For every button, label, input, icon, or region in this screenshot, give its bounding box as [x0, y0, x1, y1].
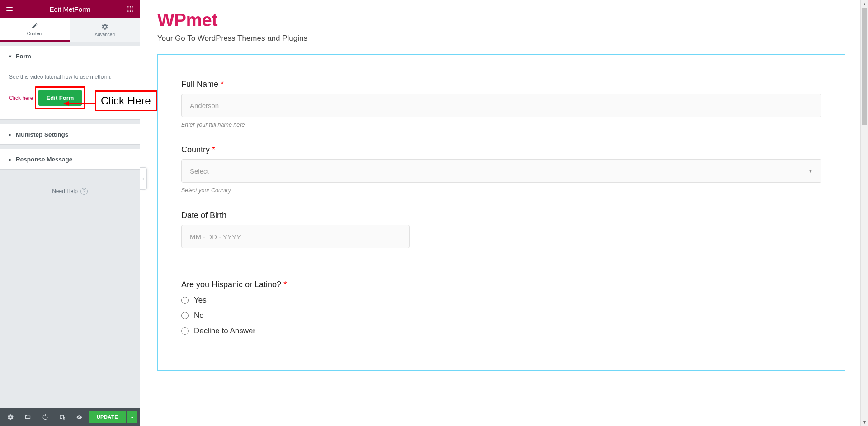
preview-icon[interactable] [71, 408, 88, 426]
dob-input[interactable] [181, 225, 410, 248]
metform-widget[interactable]: Full Name * Enter your full name here Co… [157, 54, 845, 371]
panel-footer: Update ▲ [0, 408, 140, 426]
section-response: Response Message [0, 149, 140, 170]
panel-title: Edit MetForm [14, 5, 125, 13]
svg-point-0 [127, 6, 129, 8]
radio-decline-input[interactable] [181, 327, 189, 335]
svg-point-3 [127, 9, 129, 10]
scroll-up-icon[interactable]: ▴ [861, 0, 868, 8]
page-title: WPmet [157, 10, 845, 30]
radio-yes-input[interactable] [181, 297, 189, 304]
svg-point-8 [132, 10, 133, 12]
country-help: Select your Country [181, 187, 821, 194]
panel-header: Edit MetForm [0, 0, 140, 18]
fullname-input[interactable] [181, 94, 821, 117]
tutorial-text: See this video tutorial how to use metfo… [9, 73, 131, 81]
tab-advanced[interactable]: Advanced [70, 18, 140, 42]
annotation-arrow [63, 100, 95, 107]
required-mark: * [283, 280, 287, 289]
caret-down-icon [9, 54, 11, 59]
update-options-button[interactable]: ▲ [127, 411, 137, 423]
svg-point-6 [127, 10, 129, 12]
tab-content[interactable]: Content [0, 18, 70, 42]
update-button[interactable]: Update [89, 411, 126, 423]
dob-label: Date of Birth [181, 211, 821, 220]
section-multistep: Multistep Settings [0, 124, 140, 145]
canvas: WPmet Your Go To WordPress Themes and Pl… [140, 0, 868, 426]
field-dob: Date of Birth [181, 211, 821, 248]
field-fullname: Full Name * Enter your full name here [181, 80, 821, 128]
browser-scrollbar[interactable]: ▴ ▾ [860, 0, 868, 426]
tab-content-label: Content [27, 31, 43, 36]
required-mark: * [221, 80, 224, 89]
radio-no: No [181, 311, 821, 320]
scroll-thumb[interactable] [862, 8, 867, 125]
field-country: Country * Select ▼ Select your Country [181, 145, 821, 194]
caret-right-icon [9, 132, 11, 137]
radio-yes: Yes [181, 296, 821, 305]
field-ethnicity: Are you Hispanic or Latino? * Yes No Dec… [181, 280, 821, 336]
elementor-panel: Edit MetForm Content Advanced Form [0, 0, 140, 426]
menu-icon[interactable] [5, 4, 14, 14]
section-form-title: Form [16, 53, 31, 60]
caret-right-icon [9, 157, 11, 162]
required-mark: * [212, 145, 215, 154]
scroll-down-icon[interactable]: ▾ [861, 418, 868, 426]
svg-point-2 [132, 6, 133, 8]
section-response-title: Response Message [16, 156, 72, 163]
svg-point-4 [130, 9, 131, 10]
annotation-label: Click Here [95, 90, 157, 111]
radio-no-input[interactable] [181, 312, 189, 319]
widgets-icon[interactable] [125, 4, 135, 14]
radio-decline-label[interactable]: Decline to Answer [194, 327, 255, 336]
ethnicity-label: Are you Hispanic or Latino? * [181, 280, 821, 289]
svg-point-7 [130, 10, 131, 12]
need-help: Need Help ? [0, 170, 140, 213]
section-form-head[interactable]: Form [0, 46, 140, 66]
svg-point-5 [132, 9, 133, 10]
fullname-label: Full Name * [181, 80, 821, 89]
section-multistep-head[interactable]: Multistep Settings [0, 124, 140, 144]
section-multistep-title: Multistep Settings [16, 131, 68, 138]
country-label: Country * [181, 145, 821, 155]
radio-yes-label[interactable]: Yes [194, 296, 207, 305]
country-selected: Select [190, 167, 209, 175]
section-response-head[interactable]: Response Message [0, 149, 140, 169]
country-select[interactable]: Select ▼ [181, 159, 821, 183]
tutorial-link[interactable]: Click here [9, 95, 33, 101]
navigator-icon[interactable] [20, 408, 36, 426]
panel-collapse-handle[interactable]: ‹ [140, 167, 147, 190]
radio-no-label[interactable]: No [194, 311, 204, 320]
chevron-down-icon: ▼ [808, 169, 813, 174]
help-icon[interactable]: ? [80, 188, 88, 195]
history-icon[interactable] [37, 408, 53, 426]
settings-icon[interactable] [3, 408, 19, 426]
tab-advanced-label: Advanced [95, 32, 115, 37]
panel-tabs: Content Advanced [0, 18, 140, 42]
fullname-help: Enter your full name here [181, 122, 821, 128]
responsive-icon[interactable] [54, 408, 71, 426]
svg-marker-10 [63, 101, 69, 106]
svg-point-1 [130, 6, 131, 8]
radio-decline: Decline to Answer [181, 327, 821, 336]
need-help-label: Need Help [52, 188, 78, 194]
page-tagline: Your Go To WordPress Themes and Plugins [157, 34, 845, 43]
